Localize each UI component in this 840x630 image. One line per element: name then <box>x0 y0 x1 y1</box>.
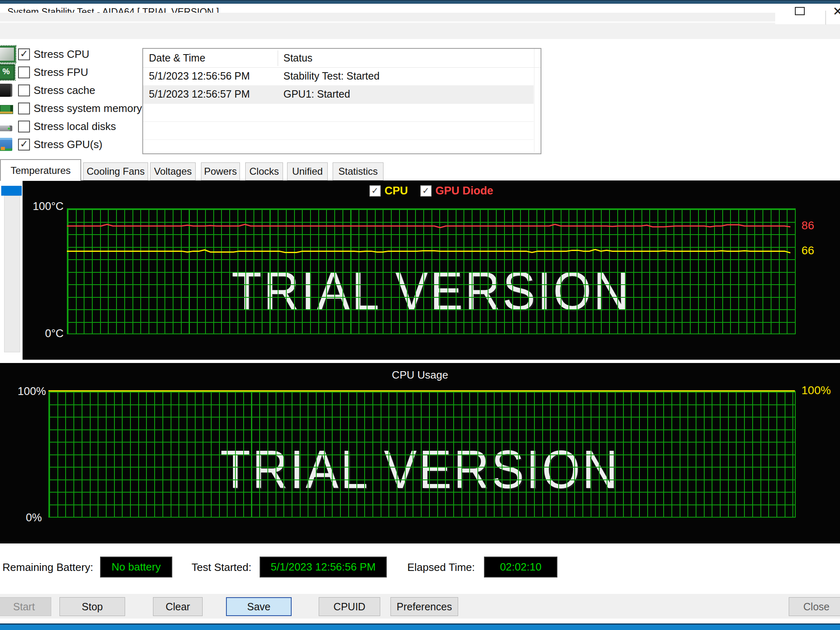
log-datetime: 5/1/2023 12:56:56 PM <box>149 70 250 82</box>
log-status: Stability Test: Started <box>283 70 379 82</box>
series-value-label: 86 <box>801 219 814 232</box>
tab-voltages[interactable]: Voltages <box>150 162 196 180</box>
toolbar-band <box>0 23 840 39</box>
tab-unified[interactable]: Unified <box>287 162 328 180</box>
event-log-table[interactable]: Date & Time Status 5/1/2023 12:56:56 PM … <box>142 48 541 154</box>
elapsed-time-value: 02:02:10 <box>484 557 557 578</box>
preferences-button[interactable]: Preferences <box>390 597 458 616</box>
window-controls-separator <box>825 11 826 25</box>
table-row <box>143 121 534 140</box>
series-line-cpu <box>67 249 790 253</box>
series-value-label: 100% <box>801 384 831 397</box>
remaining-battery-label: Remaining Battery: <box>2 561 93 574</box>
stability-test-window: System Stability Test - AIDA64 [ TRIAL V… <box>0 0 840 630</box>
close-button[interactable]: Close <box>789 597 840 616</box>
scrollbar-thumb[interactable] <box>1 186 22 196</box>
clear-button[interactable]: Clear <box>153 597 203 616</box>
column-divider <box>534 49 534 152</box>
table-header[interactable]: Date & Time Status <box>143 49 541 68</box>
test-started-label: Test Started: <box>192 561 251 574</box>
table-row[interactable]: 5/1/2023 12:56:56 PM Stability Test: Sta… <box>143 67 534 85</box>
elapsed-time-label: Elapsed Time: <box>407 561 475 574</box>
legend-label-cpu: CPU <box>384 185 408 197</box>
gpu-diode-legend-checkbox[interactable] <box>420 185 431 196</box>
bottom-strip <box>0 619 840 623</box>
stress-option-label: Stress cache <box>34 84 95 97</box>
log-status: GPU1: Started <box>283 88 350 100</box>
tab-label: Temperatures <box>11 165 71 176</box>
cache-icon <box>0 84 12 97</box>
tab-clocks[interactable]: Clocks <box>245 162 283 180</box>
table-row <box>143 139 534 158</box>
scrollbar-track[interactable] <box>4 196 20 352</box>
log-datetime: 5/1/2023 12:56:57 PM <box>149 88 250 100</box>
stress-gpu-checkbox[interactable] <box>18 139 30 151</box>
memory-icon <box>0 105 13 114</box>
tab-powers[interactable]: Powers <box>201 162 240 180</box>
tab-statistics[interactable]: Statistics <box>333 162 383 180</box>
gpu-icon <box>0 138 12 151</box>
legend-label-gpu-diode: GPU Diode <box>436 185 493 197</box>
tab-label: Unified <box>292 166 323 177</box>
remaining-battery-value: No battery <box>100 557 172 578</box>
close-icon[interactable]: ✕ <box>833 4 840 18</box>
tab-cooling-fans[interactable]: Cooling Fans <box>83 162 148 180</box>
titlebar-lower-band <box>0 13 840 21</box>
y-axis-max-label: 100°C <box>31 200 64 213</box>
series-value-label: 66 <box>801 244 814 257</box>
column-header-status[interactable]: Status <box>283 52 313 64</box>
cpuid-button[interactable]: CPUID <box>319 597 380 616</box>
tab-temperatures[interactable]: Temperatures <box>0 159 81 181</box>
stress-cache-checkbox[interactable] <box>18 84 30 96</box>
table-row[interactable]: 5/1/2023 12:56:57 PM GPU1: Started <box>143 85 534 104</box>
tab-label: Cooling Fans <box>87 166 144 177</box>
stress-option-label: Stress local disks <box>34 120 116 133</box>
window-top-edge <box>0 0 840 4</box>
column-header-date-time[interactable]: Date & Time <box>149 52 205 64</box>
start-button[interactable]: Start <box>0 597 51 616</box>
stress-memory-checkbox[interactable] <box>18 103 30 114</box>
stress-option-label: Stress GPU(s) <box>34 138 103 151</box>
stress-option-label: Stress system memory <box>34 102 142 115</box>
tab-label: Voltages <box>154 166 192 177</box>
series-lines <box>67 208 796 334</box>
stress-fpu-checkbox[interactable] <box>18 66 30 78</box>
y-axis-max-label: 100% <box>17 385 46 398</box>
series-line-gpu-diode <box>67 224 790 228</box>
y-axis-min-label: 0% <box>21 511 42 524</box>
titlebar[interactable]: System Stability Test - AIDA64 [ TRIAL V… <box>0 4 840 13</box>
legend-item-gpu-diode[interactable]: GPU Diode <box>420 185 493 197</box>
maximize-icon[interactable] <box>795 7 805 15</box>
stress-disks-checkbox[interactable] <box>18 121 30 132</box>
chart-legend: CPU GPU Diode <box>369 185 493 197</box>
tab-label: Statistics <box>338 166 378 177</box>
stress-cpu-checkbox[interactable] <box>18 48 30 60</box>
column-divider <box>278 50 278 66</box>
test-started-value: 5/1/2023 12:56:56 PM <box>260 557 387 578</box>
stress-option-label: Stress FPU <box>34 66 88 79</box>
table-row <box>143 103 534 122</box>
disk-icon <box>0 126 12 131</box>
window-title: System Stability Test - AIDA64 [ TRIAL V… <box>7 7 219 13</box>
temperature-chart: CPU GPU Diode 100°C 0°C TRIAL VERSION 86… <box>23 180 840 360</box>
chart-title: CPU Usage <box>0 369 840 381</box>
tab-label: Powers <box>204 166 237 177</box>
cpu-icon <box>0 46 16 62</box>
sensor-scrollbar[interactable] <box>0 180 23 360</box>
stress-option-label: Stress CPU <box>34 48 89 61</box>
cpu-usage-chart: CPU Usage 100% 0% TRIAL VERSION 100% <box>0 363 840 543</box>
fpu-icon: % <box>0 64 15 80</box>
series-lines <box>48 391 796 518</box>
cpu-legend-checkbox[interactable] <box>369 185 380 196</box>
legend-item-cpu[interactable]: CPU <box>369 185 408 197</box>
stop-button[interactable]: Stop <box>59 597 125 616</box>
tab-label: Clocks <box>249 166 279 177</box>
window-controls-area <box>775 4 840 24</box>
save-button[interactable]: Save <box>226 597 292 616</box>
taskbar-edge <box>0 623 840 630</box>
y-axis-min-label: 0°C <box>39 327 64 340</box>
